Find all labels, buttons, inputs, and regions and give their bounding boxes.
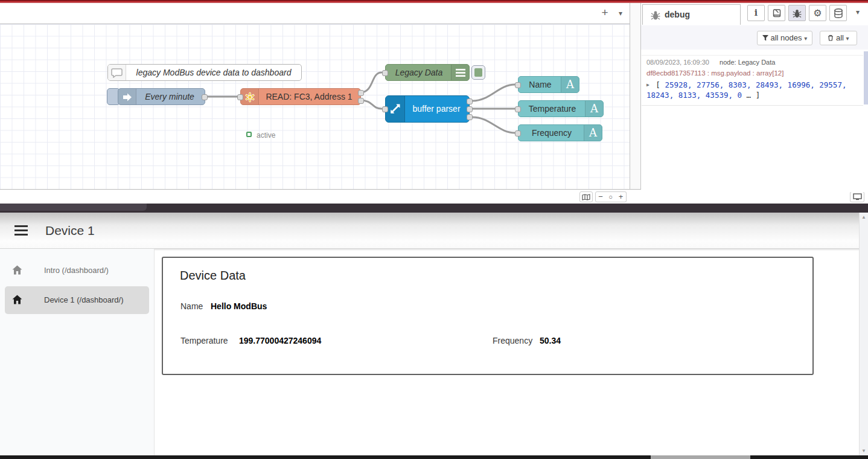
nav-item-device-1[interactable]: Device 1 (/dashboard/) [0,286,155,314]
status-text: active [257,131,275,140]
browser-window-tab-shadow [0,204,147,211]
flow-tab-menu-caret-icon[interactable]: ▾ [615,8,626,19]
debug-node-label: Legacy Data [388,65,450,80]
open-debug-window-icon[interactable] [850,191,864,202]
sidebar-menu-caret-icon[interactable]: ▾ [852,8,863,16]
debug-messages-button[interactable] [788,5,806,21]
temperature-field-value: 199.77000427246094 [239,336,321,345]
panel-resize-divider[interactable] [630,3,641,189]
modbus-output-port-2[interactable] [358,98,364,104]
zoom-in-button[interactable]: + [616,191,627,202]
inject-node[interactable]: Every minute [118,88,205,105]
horizontal-scrollbar-track [0,455,868,459]
dashboard-sidebar: Intro (/dashboard/) Device 1 (/dashboard… [0,249,155,455]
dashboard-scrollbar[interactable]: ▲ ▼ [859,213,868,455]
ui-text-node-frequency[interactable]: A Frequency [518,124,602,141]
debug-tab-label: debug [665,10,690,19]
modbus-input-port[interactable] [237,94,243,100]
comment-node[interactable]: legacy ModBus device data to dashboard [107,64,302,81]
clear-button-label: all [836,33,844,42]
card-title: Device Data [180,269,246,283]
navigator-map-icon[interactable] [579,191,593,202]
payload-open-bracket: [ [656,80,660,89]
payload-ellipsis: … [747,91,752,100]
parser-output-port-2[interactable] [467,106,473,112]
scroll-up-arrow-icon[interactable]: ▲ [860,214,868,220]
config-nodes-gear-icon[interactable]: ⚙ [809,5,826,21]
parser-input-port[interactable] [382,106,388,112]
debug-filter-toolbar: all nodes ▾ all ▾ [641,25,868,50]
modbus-node-label: READ: FC3, Address 1 [259,89,359,104]
comment-node-label: legacy ModBus device data to dashboard [129,65,299,80]
flow-tab-bar: + ▾ [0,3,630,24]
zoom-out-button[interactable]: − [595,191,606,202]
ui-name-label: Name [519,77,562,92]
message-source-node: node: Legacy Data [720,59,775,66]
message-payload: ▶ [ 25928, 27756, 8303, 28493, 16996, 29… [646,80,858,100]
parser-output-port-1[interactable] [467,98,473,104]
flow-canvas[interactable]: legacy ModBus device data to dashboard E… [0,24,630,189]
expand-caret-icon[interactable]: ▶ [646,82,649,88]
debug-input-port[interactable] [382,70,388,76]
dashboard-page-title: Device 1 [45,223,95,238]
buffer-parser-label: buffer parser [405,96,468,122]
add-flow-button[interactable]: + [598,7,611,20]
home-icon [12,265,22,275]
clear-messages-button[interactable]: all ▾ [820,31,857,45]
modbus-read-node[interactable]: READ: FC3, Address 1 [240,88,361,105]
help-book-icon[interactable] [768,5,785,21]
ui-text-node-temperature[interactable]: A Temperature [518,100,604,117]
inject-node-label: Every minute [136,89,203,104]
filter-nodes-button[interactable]: all nodes ▾ [757,31,812,45]
debug-toggle-indicator [474,68,482,77]
context-data-icon[interactable] [829,5,847,21]
debug-sidebar: debug i ⚙ [641,3,868,189]
home-icon [12,295,22,304]
menu-hamburger-icon[interactable] [14,225,28,236]
ui-name-input-port[interactable] [515,82,521,88]
zoom-reset-button[interactable]: ○ [605,191,616,202]
name-field-value: Hello ModBus [211,301,267,311]
filter-nodes-label: all nodes [770,33,802,42]
temperature-field-label: Temperature [180,336,228,345]
text-widget-icon: A [561,77,579,92]
frequency-field-label: Frequency [493,336,532,345]
debug-enable-toggle[interactable] [471,65,485,80]
ui-temperature-input-port[interactable] [515,106,521,112]
resize-arrows-icon [386,96,405,122]
scroll-down-arrow-icon[interactable]: ▼ [860,448,868,454]
modbus-icon [241,89,259,104]
dashboard-header: Device 1 [0,213,868,249]
parser-output-port-3[interactable] [467,114,473,120]
debug-message-list: 08/09/2023, 16:09:30 node: Legacy Data d… [641,50,868,192]
ui-temperature-label: Temperature [519,101,586,117]
frequency-field-value: 50.34 [540,336,561,345]
message-timestamp: 08/09/2023, 16:09:30 [646,59,709,66]
screen: + ▾ legacy ModBus device data to dashboa… [0,0,868,459]
ui-frequency-input-port[interactable] [515,130,521,136]
text-widget-icon: A [584,125,602,141]
ui-text-node-name[interactable]: A Name [518,76,579,93]
browser-window-edge [0,204,868,213]
debug-scrollbar-thumb[interactable] [864,51,868,104]
modbus-output-port-1[interactable] [358,90,364,96]
name-field-label: Name [180,301,203,311]
message-property-path: df8ecbd817357113 : msg.payload : array[1… [646,69,858,77]
nav-intro-label: Intro (/dashboard/) [44,266,109,275]
debug-lines-icon [451,65,469,80]
status-dot-icon [246,132,252,137]
text-widget-icon: A [585,101,603,117]
tab-debug[interactable]: debug [642,4,741,25]
caret-down-icon: ▾ [846,35,849,42]
nav-device-label: Device 1 (/dashboard/) [44,295,124,304]
info-button[interactable]: i [747,5,765,21]
debug-message[interactable]: 08/09/2023, 16:09:30 node: Legacy Data d… [642,55,863,106]
debug-node[interactable]: Legacy Data [385,64,470,81]
inject-output-port[interactable] [202,94,208,100]
ui-frequency-label: Frequency [519,125,585,141]
caret-down-icon: ▾ [804,35,807,42]
nav-item-intro[interactable]: Intro (/dashboard/) [0,257,155,284]
comment-icon [108,65,126,80]
buffer-parser-node[interactable]: buffer parser [385,95,470,123]
horizontal-scrollbar-thumb[interactable] [651,455,750,459]
